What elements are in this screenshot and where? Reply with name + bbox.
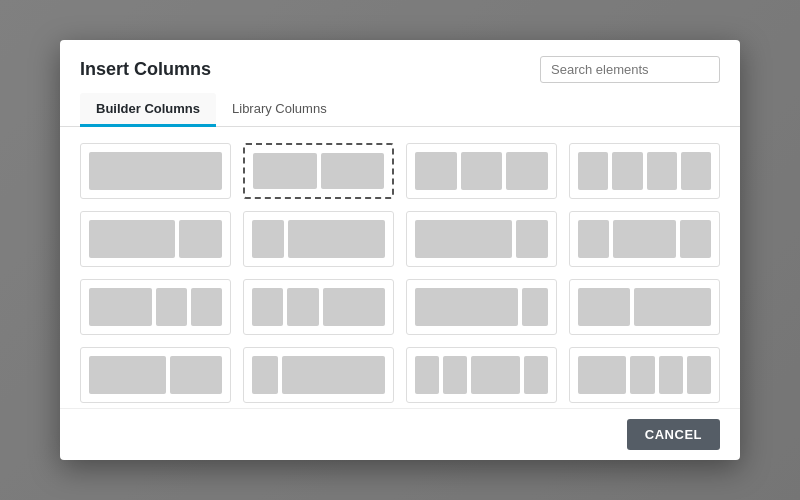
col-block — [659, 356, 683, 394]
col-block — [687, 356, 711, 394]
col-block — [252, 220, 284, 258]
tab-library-columns[interactable]: Library Columns — [216, 93, 343, 127]
layout-quarters[interactable] — [569, 143, 720, 199]
col-block — [415, 220, 512, 258]
col-block — [612, 152, 642, 190]
col-block — [415, 356, 439, 394]
col-block — [506, 152, 548, 190]
layout-quarter-threequarter[interactable] — [243, 211, 394, 267]
layout-twothird-onethird[interactable] — [80, 211, 231, 267]
col-block — [578, 220, 609, 258]
modal-title: Insert Columns — [80, 59, 211, 80]
col-block — [89, 152, 222, 190]
col-block — [461, 152, 503, 190]
col-block — [321, 153, 385, 189]
col-block — [282, 356, 385, 394]
col-block — [89, 356, 166, 394]
col-block — [415, 288, 518, 326]
col-block — [179, 220, 222, 258]
col-block — [634, 288, 711, 326]
cancel-button[interactable]: CANCEL — [627, 419, 720, 450]
columns-grid-container — [60, 127, 740, 408]
col-block — [680, 220, 711, 258]
col-block — [288, 220, 385, 258]
layout-thirds[interactable] — [406, 143, 557, 199]
columns-grid — [80, 143, 720, 403]
layout-threefifth-twofifth[interactable] — [80, 347, 231, 403]
col-block — [415, 152, 457, 190]
col-block — [524, 356, 548, 394]
search-input[interactable] — [540, 56, 720, 83]
layout-fifth-fourfifth[interactable] — [243, 347, 394, 403]
col-block — [89, 220, 175, 258]
col-block — [252, 356, 278, 394]
col-block — [578, 356, 626, 394]
col-block — [578, 288, 630, 326]
layout-twofifth-threefifth[interactable] — [569, 279, 720, 335]
insert-columns-modal: Insert Columns Builder Columns Library C… — [60, 40, 740, 460]
col-block — [287, 288, 318, 326]
layout-quarter-half-quarter[interactable] — [569, 211, 720, 267]
layout-half-quarter-quarter[interactable] — [80, 279, 231, 335]
col-block — [516, 220, 548, 258]
tabs-bar: Builder Columns Library Columns — [60, 93, 740, 127]
col-block — [323, 288, 386, 326]
col-block — [522, 288, 548, 326]
layout-full[interactable] — [80, 143, 231, 199]
col-block — [443, 356, 467, 394]
tab-builder-columns[interactable]: Builder Columns — [80, 93, 216, 127]
col-block — [681, 152, 711, 190]
col-block — [170, 356, 222, 394]
col-block — [253, 153, 317, 189]
col-block — [191, 288, 222, 326]
layout-fifth-threefifth-fifth[interactable] — [406, 279, 557, 335]
col-block — [578, 152, 608, 190]
layout-half-half[interactable] — [243, 143, 394, 199]
col-block — [647, 152, 677, 190]
layout-quarter-quarter-half[interactable] — [243, 279, 394, 335]
layout-q-q-q-q-a[interactable] — [406, 347, 557, 403]
col-block — [471, 356, 519, 394]
layout-q-q-q-q-b[interactable] — [569, 347, 720, 403]
layout-threequarter-quarter[interactable] — [406, 211, 557, 267]
modal-header: Insert Columns — [60, 40, 740, 93]
col-block — [156, 288, 187, 326]
col-block — [630, 356, 654, 394]
col-block — [613, 220, 676, 258]
modal-footer: CANCEL — [60, 408, 740, 460]
col-block — [89, 288, 152, 326]
col-block — [252, 288, 283, 326]
modal-overlay: Insert Columns Builder Columns Library C… — [0, 0, 800, 500]
